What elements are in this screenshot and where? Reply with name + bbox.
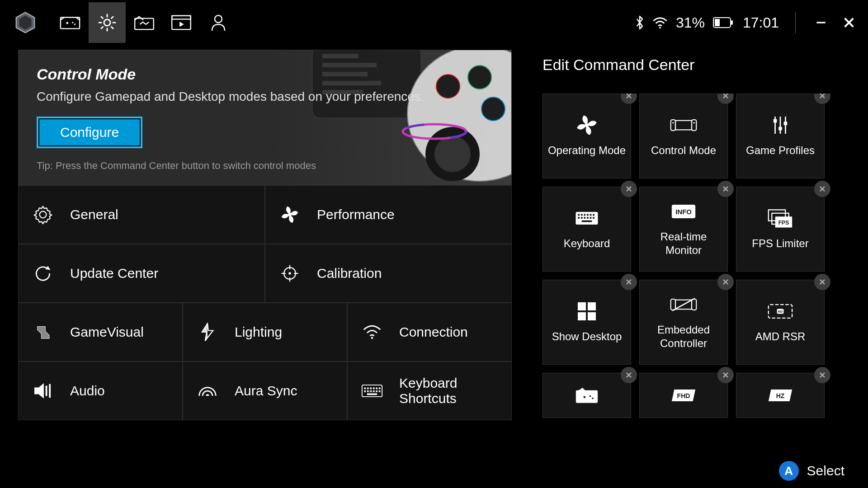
category-label: General xyxy=(70,207,118,222)
svg-rect-92 xyxy=(593,217,594,219)
category-label: Performance xyxy=(317,207,395,222)
remove-icon[interactable] xyxy=(717,367,734,383)
configure-button[interactable]: Configure xyxy=(37,117,142,148)
svg-rect-51 xyxy=(376,388,377,389)
svg-rect-45 xyxy=(49,384,51,398)
svg-rect-49 xyxy=(370,388,372,389)
nav-library-icon[interactable] xyxy=(52,2,89,43)
cc-tile-fhd[interactable]: FHD xyxy=(639,373,728,418)
footer-legend: A Select xyxy=(779,461,844,481)
svg-text:HZ: HZ xyxy=(776,392,785,399)
edit-command-center-column: Edit Command Center Operating Mode Contr… xyxy=(542,50,850,443)
category-general[interactable]: General xyxy=(18,185,265,244)
aura-icon xyxy=(197,380,218,402)
svg-rect-77 xyxy=(784,122,788,125)
command-center-scroll: Operating Mode Control Mode Game Profile… xyxy=(542,94,850,443)
sliders-icon xyxy=(767,115,794,136)
category-update-center[interactable]: Update Center xyxy=(18,244,265,303)
remove-icon[interactable] xyxy=(814,94,830,104)
cc-tile-game-profiles[interactable]: Game Profiles xyxy=(736,94,825,178)
cc-label: Real-time Monitor xyxy=(640,230,727,257)
svg-marker-43 xyxy=(34,383,44,399)
battery-icon xyxy=(713,17,733,28)
minimize-button[interactable] xyxy=(812,14,830,32)
remove-icon[interactable] xyxy=(621,94,637,104)
cc-label: Embedded Controller xyxy=(640,323,727,350)
nav-profile-icon[interactable] xyxy=(200,2,237,43)
remove-icon[interactable] xyxy=(621,367,637,383)
svg-point-37 xyxy=(288,272,291,275)
category-performance[interactable]: Performance xyxy=(265,185,512,244)
category-calibration[interactable]: Calibration xyxy=(265,244,512,303)
bluetooth-icon xyxy=(635,15,644,30)
svg-rect-13 xyxy=(715,19,720,26)
remove-icon[interactable] xyxy=(717,94,734,104)
wifi-icon xyxy=(652,17,668,28)
nav-media-icon[interactable] xyxy=(163,2,200,43)
svg-rect-66 xyxy=(671,120,675,131)
svg-rect-58 xyxy=(379,390,381,392)
cc-label: FPS Limiter xyxy=(747,237,813,250)
category-connection[interactable]: Connection xyxy=(347,303,512,361)
cc-tile-library[interactable] xyxy=(542,373,631,418)
nav-content-icon[interactable] xyxy=(126,2,163,43)
svg-rect-53 xyxy=(364,390,366,392)
cc-tile-control-mode[interactable]: Control Mode xyxy=(639,94,728,178)
category-keyboard-shortcuts[interactable]: Keyboard Shortcuts xyxy=(347,361,512,420)
control-mode-hero: Control Mode Configure Gamepad and Deskt… xyxy=(18,50,512,185)
svg-rect-81 xyxy=(578,214,580,216)
svg-point-125 xyxy=(592,398,594,399)
close-button[interactable] xyxy=(840,14,858,32)
category-aura-sync[interactable]: Aura Sync xyxy=(183,361,347,420)
gear-icon xyxy=(32,204,54,225)
category-lighting[interactable]: Lighting xyxy=(183,303,347,361)
handheld-disabled-icon xyxy=(670,294,697,315)
remove-icon[interactable] xyxy=(717,274,734,290)
svg-point-5 xyxy=(104,19,110,26)
svg-rect-52 xyxy=(379,388,381,389)
svg-point-4 xyxy=(74,23,75,25)
category-label: Keyboard Shortcuts xyxy=(399,375,498,406)
cc-tile-embedded-controller[interactable]: Embedded Controller xyxy=(639,280,728,365)
remove-icon[interactable] xyxy=(814,274,830,290)
cc-tile-real-time-monitor[interactable]: INFO Real-time Monitor xyxy=(639,187,728,272)
remove-icon[interactable] xyxy=(621,274,637,290)
main: Control Mode Configure Gamepad and Deskt… xyxy=(0,45,868,443)
settings-left-column: Control Mode Configure Gamepad and Deskt… xyxy=(18,50,512,443)
cc-tile-amd-rsr[interactable]: HD AMD RSR xyxy=(736,280,825,365)
category-label: Lighting xyxy=(235,324,282,340)
topbar-left xyxy=(10,2,237,43)
category-label: Aura Sync xyxy=(235,383,297,399)
svg-rect-6 xyxy=(135,19,154,30)
remove-icon[interactable] xyxy=(621,181,637,197)
handheld-icon xyxy=(670,115,697,136)
svg-rect-87 xyxy=(578,217,580,219)
cc-label: AMD RSR xyxy=(751,330,810,343)
svg-text:FHD: FHD xyxy=(677,392,690,399)
edit-command-center-title: Edit Command Center xyxy=(542,56,850,74)
svg-rect-123 xyxy=(576,390,598,403)
cc-tile-show-desktop[interactable]: Show Desktop xyxy=(542,280,631,365)
nav-settings-icon[interactable] xyxy=(89,2,126,43)
fan-icon xyxy=(279,204,301,225)
category-row-2: Update Center Calibration xyxy=(18,244,512,303)
category-label: Update Center xyxy=(70,266,158,281)
svg-rect-28 xyxy=(322,54,359,58)
remove-icon[interactable] xyxy=(717,181,734,197)
svg-rect-88 xyxy=(581,217,583,219)
svg-rect-59 xyxy=(367,394,377,395)
remove-icon[interactable] xyxy=(814,181,830,197)
cc-tile-keyboard[interactable]: Keyboard xyxy=(542,187,631,272)
svg-rect-54 xyxy=(367,390,369,392)
cc-tile-refresh-rate[interactable]: HZ xyxy=(736,373,825,418)
remove-icon[interactable] xyxy=(814,367,830,383)
category-audio[interactable]: Audio xyxy=(18,361,183,420)
svg-point-3 xyxy=(72,22,73,23)
svg-point-69 xyxy=(693,122,694,123)
cc-tile-operating-mode[interactable]: Operating Mode xyxy=(542,94,631,178)
svg-rect-90 xyxy=(587,217,589,219)
cc-label: Keyboard xyxy=(559,237,615,250)
category-gamevisual[interactable]: GameVisual xyxy=(18,303,183,361)
cc-label: Show Desktop xyxy=(547,330,627,343)
cc-tile-fps-limiter[interactable]: FPS FPS Limiter xyxy=(736,187,825,272)
